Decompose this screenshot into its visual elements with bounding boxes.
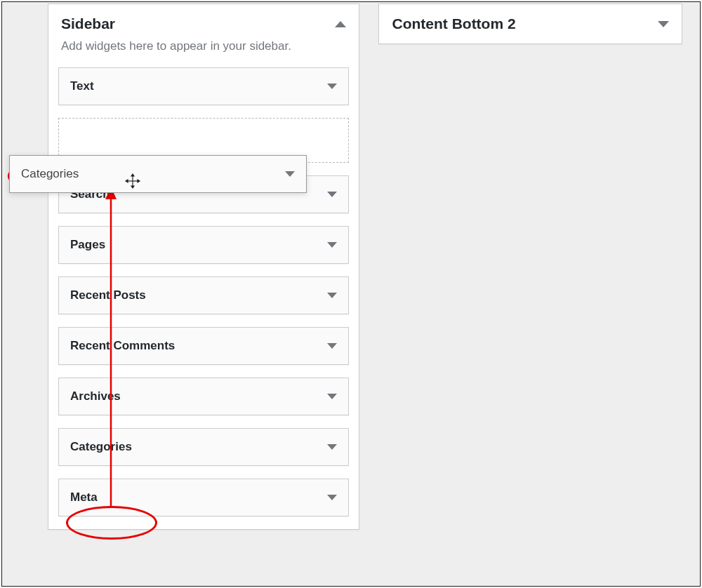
caret-down-icon — [658, 21, 669, 27]
caret-up-icon — [335, 21, 346, 27]
widget-label: Pages — [70, 238, 105, 252]
widget-pages[interactable]: Pages — [58, 226, 349, 264]
caret-down-icon[interactable] — [327, 495, 337, 500]
caret-down-icon[interactable] — [327, 192, 337, 197]
widget-recent-comments[interactable]: Recent Comments — [58, 327, 349, 365]
widget-recent-posts[interactable]: Recent Posts — [58, 276, 349, 314]
sidebar-widget-area: Sidebar Add widgets here to appear in yo… — [48, 4, 359, 530]
widget-label: Text — [70, 79, 94, 93]
sidebar-area-description: Add widgets here to appear in your sideb… — [48, 38, 359, 67]
caret-down-icon[interactable] — [327, 343, 337, 349]
content-bottom-2-header[interactable]: Content Bottom 2 — [379, 4, 682, 44]
widget-list: Text Search Pages Recent Posts — [48, 67, 359, 516]
widget-text[interactable]: Text — [58, 67, 349, 105]
caret-down-icon[interactable] — [327, 83, 337, 89]
sidebar-area-title: Sidebar — [61, 15, 115, 32]
caret-down-icon[interactable] — [327, 242, 337, 248]
dragging-widget-categories[interactable]: Categories — [9, 155, 307, 193]
widget-label: Recent Comments — [70, 339, 175, 353]
caret-down-icon[interactable] — [327, 293, 337, 298]
caret-down-icon[interactable] — [327, 394, 337, 399]
page-frame: Sidebar Add widgets here to appear in yo… — [1, 1, 701, 587]
widget-label: Categories — [70, 440, 132, 454]
columns-container: Sidebar Add widgets here to appear in yo… — [2, 2, 700, 530]
widget-label: Archives — [70, 389, 121, 403]
widget-label: Recent Posts — [70, 288, 146, 302]
widget-meta[interactable]: Meta — [58, 479, 349, 516]
sidebar-area-header[interactable]: Sidebar — [48, 4, 359, 38]
caret-down-icon — [285, 171, 295, 177]
caret-down-icon[interactable] — [327, 444, 337, 450]
content-bottom-2-title: Content Bottom 2 — [392, 15, 515, 32]
widget-label: Meta — [70, 490, 98, 505]
widget-categories[interactable]: Categories — [58, 428, 349, 466]
dragging-widget-label: Categories — [21, 167, 79, 181]
content-bottom-2-area: Content Bottom 2 — [378, 4, 682, 44]
widget-archives[interactable]: Archives — [58, 377, 349, 415]
